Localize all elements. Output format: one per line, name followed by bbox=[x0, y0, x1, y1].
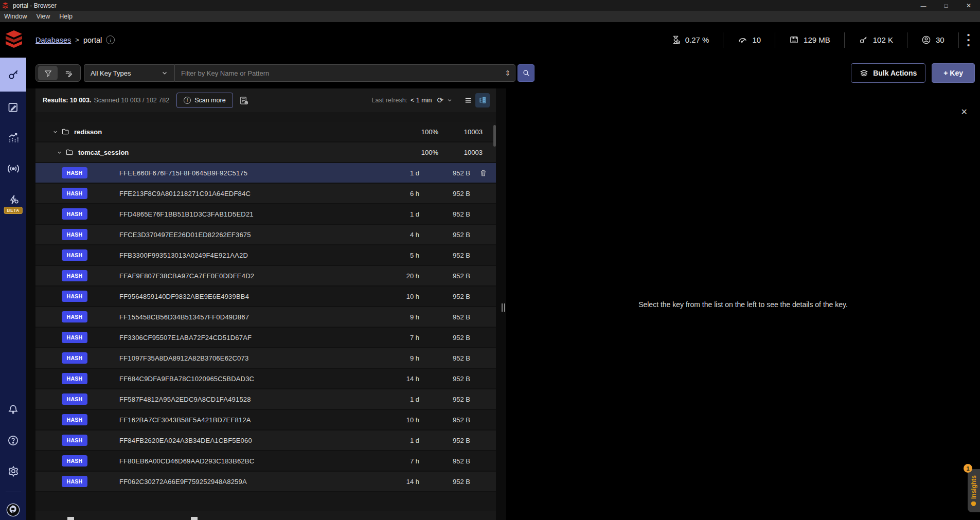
menu-view[interactable]: View bbox=[36, 13, 50, 20]
sidebar-item-help[interactable] bbox=[0, 425, 26, 456]
tree-folder-row[interactable]: tomcat_session 100% 10003 bbox=[35, 142, 496, 163]
key-type-badge: HASH bbox=[62, 167, 87, 178]
chevron-down-icon[interactable] bbox=[52, 129, 58, 135]
browser-toolbar: All Key Types ⇕ Bulk Actions + Key bbox=[26, 58, 980, 88]
search-history-button[interactable] bbox=[59, 66, 78, 80]
key-type-filter-select[interactable]: All Key Types bbox=[84, 64, 174, 82]
key-ttl: 4 h bbox=[383, 231, 419, 239]
key-row[interactable]: HASH FFCE3D370497EE26D01ED82262EF3675 4 … bbox=[35, 225, 496, 245]
key-type-badge: HASH bbox=[62, 188, 87, 199]
key-size: 952 B bbox=[419, 272, 470, 280]
chevron-down-icon bbox=[161, 69, 168, 77]
folder-key-count: 10003 bbox=[438, 128, 483, 136]
key-size: 952 B bbox=[419, 252, 470, 259]
keys-summary-icon[interactable] bbox=[239, 96, 249, 105]
key-row[interactable]: HASH FF84FB2620EA024A3B34DEA1CBF5E060 1 … bbox=[35, 431, 496, 451]
redis-logo bbox=[4, 29, 24, 51]
breadcrumb: Databases > portal i bbox=[35, 35, 115, 44]
sidebar-item-pubsub[interactable] bbox=[0, 153, 26, 184]
key-row[interactable]: HASH FF9564859140DF9832ABE9E6E4939BB4 10… bbox=[35, 286, 496, 307]
key-name: FF684C9DFA9FBA78C1020965C5BDAD3C bbox=[119, 375, 383, 383]
folder-percent: 100% bbox=[407, 128, 438, 136]
search-icon bbox=[522, 69, 530, 77]
key-type-filter-value: All Key Types bbox=[91, 69, 131, 77]
folder-name: redisson bbox=[74, 128, 102, 136]
folder-key-count: 10003 bbox=[438, 149, 483, 156]
key-ttl: 1 d bbox=[383, 210, 419, 218]
window-title: portal - Browser bbox=[13, 2, 57, 9]
last-refresh-value: < 1 min bbox=[411, 97, 432, 104]
db-info-icon[interactable]: i bbox=[106, 35, 115, 44]
maximize-button[interactable]: □ bbox=[935, 0, 957, 11]
key-row[interactable]: HASH FFAF9F807F38CBA97CA7FF0E0DDFE4D2 20… bbox=[35, 266, 496, 286]
key-details-panel: ✕ Select the key from the list on the le… bbox=[506, 88, 980, 520]
key-type-badge: HASH bbox=[62, 455, 87, 467]
key-ttl: 9 h bbox=[383, 354, 419, 362]
key-name: FF155458CB56D34B513457FF0D49D867 bbox=[119, 313, 383, 321]
toolbar-right: Bulk Actions + Key bbox=[851, 63, 975, 83]
search-button[interactable] bbox=[518, 64, 534, 82]
key-row[interactable]: HASH FF162BA7CF3043B58F5A421BD7EF812A 10… bbox=[35, 410, 496, 431]
redis-app-icon bbox=[2, 2, 9, 9]
key-type-badge: HASH bbox=[62, 373, 87, 384]
key-row[interactable]: HASH FF1097F35A8DA8912A82B3706E62C073 9 … bbox=[35, 348, 496, 369]
key-type-badge: HASH bbox=[62, 332, 87, 343]
key-size: 952 B bbox=[419, 354, 470, 362]
breadcrumb-databases-link[interactable]: Databases bbox=[35, 36, 71, 44]
key-type-badge: HASH bbox=[62, 311, 87, 322]
tree-folder-row[interactable]: redisson 100% 10003 bbox=[35, 122, 496, 142]
panel-resize-handle[interactable] bbox=[502, 303, 505, 312]
sidebar-item-github[interactable] bbox=[0, 499, 26, 520]
close-window-button[interactable]: ✕ bbox=[957, 0, 980, 11]
refresh-icon[interactable]: ⟳ bbox=[437, 96, 443, 105]
key-name: FF062C30272A66E9F759252948A8259A bbox=[119, 478, 383, 486]
key-row[interactable]: HASH FFEE660F676F715F8F0645B9F92C5175 1 … bbox=[35, 163, 496, 184]
key-size: 952 B bbox=[419, 375, 470, 383]
add-key-button[interactable]: + Key bbox=[932, 63, 975, 83]
key-ttl: 7 h bbox=[383, 334, 419, 342]
key-name: FF587F4812A95A2EDC9A8CD1FA491528 bbox=[119, 396, 383, 403]
scan-more-button[interactable]: i Scan more bbox=[176, 93, 233, 108]
folder-name: tomcat_session bbox=[78, 149, 129, 156]
minimize-button[interactable]: — bbox=[912, 0, 935, 11]
footer-icon-fragment bbox=[191, 517, 198, 520]
sidebar-item-analytics[interactable] bbox=[0, 122, 26, 153]
key-type-badge: HASH bbox=[62, 414, 87, 425]
folder-percent: 100% bbox=[407, 149, 438, 156]
key-row[interactable]: HASH FFE213F8C9A801218271C91A64EDF84C 6 … bbox=[35, 184, 496, 204]
delete-key-icon[interactable] bbox=[470, 169, 496, 177]
chevron-down-icon[interactable] bbox=[57, 150, 62, 155]
insights-label: Insights bbox=[970, 475, 977, 499]
breadcrumb-separator: > bbox=[75, 36, 79, 44]
key-size: 952 B bbox=[419, 293, 470, 300]
key-name: FFB3300F993513013A0249F4E921AA2D bbox=[119, 252, 383, 259]
key-search-input[interactable] bbox=[181, 69, 502, 77]
key-row[interactable]: HASH FF155458CB56D34B513457FF0D49D867 9 … bbox=[35, 307, 496, 328]
key-row[interactable]: HASH FF684C9DFA9FBA78C1020965C5BDAD3C 14… bbox=[35, 369, 496, 389]
sidebar-item-workbench[interactable] bbox=[0, 92, 26, 122]
refresh-options-chevron-icon[interactable] bbox=[447, 97, 453, 103]
insights-trigger-button[interactable]: 1 Insights bbox=[968, 469, 980, 512]
sort-arrows-icon[interactable]: ⇕ bbox=[505, 69, 511, 77]
sidebar-item-notifications[interactable] bbox=[0, 394, 26, 425]
sidebar-item-triggers[interactable]: BETA bbox=[0, 184, 26, 215]
sidebar-item-settings[interactable] bbox=[0, 456, 26, 487]
list-view-button[interactable] bbox=[461, 93, 475, 107]
menu-help[interactable]: Help bbox=[59, 13, 73, 20]
key-row[interactable]: HASH FFB3300F993513013A0249F4E921AA2D 5 … bbox=[35, 245, 496, 266]
key-ttl: 10 h bbox=[383, 416, 419, 424]
key-row[interactable]: HASH FF3306CF95507E1ABA72F24CD51D67AF 7 … bbox=[35, 328, 496, 348]
header-more-menu-icon[interactable]: ▪▪▪ bbox=[959, 32, 974, 48]
menu-window[interactable]: Window bbox=[4, 13, 27, 20]
key-row[interactable]: HASH FFD4865E76F1BB51B1D3C3FAB1D5ED21 1 … bbox=[35, 204, 496, 225]
sidebar-item-browser[interactable] bbox=[0, 58, 26, 92]
key-row[interactable]: HASH FF062C30272A66E9F759252948A8259A 14… bbox=[35, 472, 496, 492]
bulk-actions-button[interactable]: Bulk Actions bbox=[851, 63, 925, 83]
key-row[interactable]: HASH FF80EB6A00CD46D69AAD293C183B62BC 7 … bbox=[35, 451, 496, 472]
key-row[interactable]: HASH FF587F4812A95A2EDC9A8CD1FA491528 1 … bbox=[35, 389, 496, 410]
stat-cpu: 0.27 % bbox=[657, 35, 723, 45]
list-scrollbar[interactable] bbox=[493, 125, 496, 147]
user-icon bbox=[921, 35, 931, 45]
filter-mode-button[interactable] bbox=[38, 66, 58, 80]
tree-view-button[interactable] bbox=[475, 93, 490, 107]
